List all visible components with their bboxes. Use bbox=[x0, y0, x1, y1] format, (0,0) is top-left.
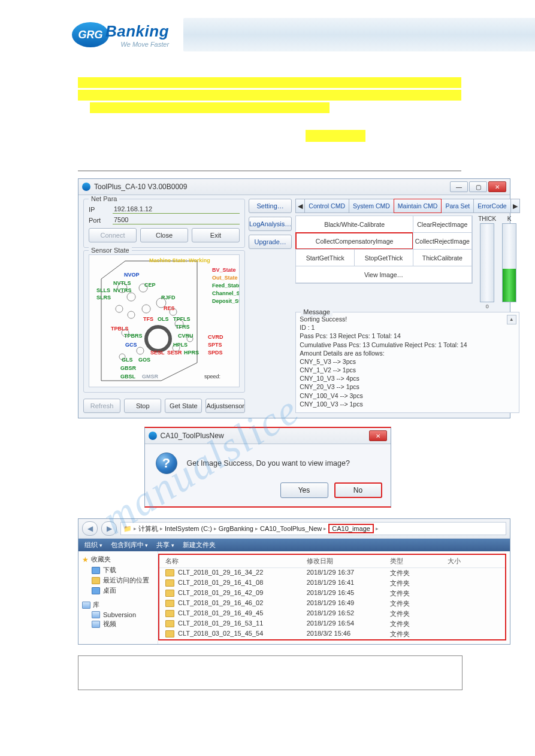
nav-desktop[interactable]: 桌面 bbox=[82, 585, 154, 596]
breadcrumb[interactable]: 📁▸ 计算机▸ IntelSystem (C:)▸ GrgBanking▸ CA… bbox=[120, 522, 506, 535]
nav-back-button[interactable]: ◀ bbox=[82, 521, 98, 536]
close-conn-button[interactable]: Close bbox=[140, 228, 188, 242]
highlight-line-2 bbox=[78, 90, 461, 101]
tb-organize[interactable]: 组织 bbox=[84, 541, 102, 549]
cmd-bw-calibrate[interactable]: Black/White-Calibrate bbox=[295, 215, 413, 233]
tab-maintain-cmd[interactable]: Maintain CMD bbox=[394, 199, 442, 213]
tab-system-cmd[interactable]: System CMD bbox=[349, 199, 394, 213]
exit-button[interactable]: Exit bbox=[192, 228, 240, 242]
nav-favorites[interactable]: ★收藏夹 bbox=[82, 555, 154, 564]
crumb[interactable]: CA10_ToolPlus_New bbox=[260, 525, 322, 532]
tab-nav-right[interactable]: ▶ bbox=[510, 199, 520, 213]
col-name[interactable]: 名称 bbox=[165, 557, 307, 566]
highlight-line-1 bbox=[78, 77, 461, 88]
get-state-button[interactable]: Get State bbox=[165, 399, 202, 413]
tb-include-lib[interactable]: 包含到库中 bbox=[111, 541, 149, 549]
scroll-up-icon[interactable]: ▲ bbox=[507, 315, 516, 324]
close-button[interactable]: ✕ bbox=[488, 181, 506, 192]
svg-point-6 bbox=[142, 305, 150, 313]
stop-button[interactable]: Stop bbox=[124, 399, 161, 413]
dialog-close-button[interactable]: ✕ bbox=[369, 430, 387, 441]
file-row[interactable]: CLT_2018_01_29_16_46_022018/1/29 16:49文件… bbox=[159, 599, 505, 609]
file-row[interactable]: CLT_2018_01_29_16_42_092018/1/29 16:45文件… bbox=[159, 588, 505, 599]
cmd-view-image[interactable]: View Image… bbox=[295, 266, 471, 283]
folder-icon bbox=[165, 600, 174, 607]
message-title: Message bbox=[301, 308, 333, 317]
nav-recent[interactable]: 最近访问的位置 bbox=[82, 575, 154, 585]
bv-state: BV_State bbox=[212, 267, 236, 273]
ip-label: IP bbox=[89, 206, 109, 213]
yes-button[interactable]: Yes bbox=[280, 482, 328, 498]
file-row[interactable]: CLT_2018_03_02_15_45_542018/3/2 15:46文件夹 bbox=[159, 629, 505, 639]
tab-control-cmd[interactable]: Control CMD bbox=[304, 199, 349, 213]
port-value[interactable]: 7500 bbox=[113, 215, 240, 224]
file-row[interactable]: CLT_2018_01_29_16_41_082018/1/29 16:41文件… bbox=[159, 578, 505, 588]
cmd-collect-reject-image[interactable]: CollectRejectImage bbox=[413, 232, 472, 250]
connect-button[interactable]: Connect bbox=[89, 228, 137, 242]
tb-share[interactable]: 共享 bbox=[156, 541, 174, 549]
sensor-lbl: CVRD bbox=[208, 334, 223, 340]
dialog-title: CA10_ToolPlusNew bbox=[161, 432, 369, 440]
sensor-lbl: TFS bbox=[143, 316, 153, 322]
sensor-lbl: TPFLS bbox=[173, 316, 191, 322]
refresh-button[interactable]: Refresh bbox=[83, 399, 120, 413]
deposit-state: Deposit_State bbox=[212, 298, 240, 304]
cmd-stop-get-thick[interactable]: StopGetThick bbox=[354, 249, 413, 266]
divider-line bbox=[78, 171, 461, 171]
folder-icon bbox=[165, 590, 174, 597]
cmd-thick-calibrate[interactable]: ThickCalibrate bbox=[413, 249, 472, 266]
crumb[interactable]: GrgBanking bbox=[219, 525, 253, 532]
sensor-lbl: RJFD bbox=[161, 294, 176, 300]
cmd-clear-reject-image[interactable]: ClearRejectImage bbox=[413, 215, 472, 233]
sensor-diagram: Machine State: Working BV_State Out_Stat… bbox=[89, 254, 240, 387]
tab-nav-left[interactable]: ◀ bbox=[295, 199, 305, 213]
col-date[interactable]: 修改日期 bbox=[307, 557, 390, 566]
confirm-dialog: CA10_ToolPlusNew ✕ ? Get Image Success, … bbox=[144, 427, 391, 508]
header-band bbox=[183, 18, 535, 51]
file-row[interactable]: CLT_2018_01_29_16_49_452018/1/29 16:52文件… bbox=[159, 609, 505, 619]
ip-value[interactable]: 192.168.1.12 bbox=[113, 205, 240, 214]
nav-subversion[interactable]: Subversion bbox=[82, 611, 154, 619]
group-title: Net Para bbox=[89, 195, 119, 202]
file-row[interactable]: CLT_2018_01_29_16_53_112018/1/29 16:54文件… bbox=[159, 619, 505, 629]
crumb[interactable]: IntelSystem (C:) bbox=[165, 525, 212, 532]
channel-state: Channel_State bbox=[212, 290, 240, 296]
col-size[interactable]: 大小 bbox=[448, 557, 499, 566]
sensor-lbl: TPBLS bbox=[111, 326, 129, 332]
tab-error-code[interactable]: ErrorCode bbox=[473, 199, 510, 213]
crumb[interactable]: 计算机 bbox=[138, 524, 158, 533]
gauges: THICK 0 K bbox=[477, 215, 519, 309]
minimize-button[interactable]: ― bbox=[450, 181, 468, 192]
tb-new-folder[interactable]: 新建文件夹 bbox=[183, 541, 216, 549]
gauge-k-label: K bbox=[507, 215, 512, 222]
desktop-icon bbox=[92, 587, 100, 594]
folder-icon bbox=[165, 620, 174, 627]
no-button[interactable]: No bbox=[334, 482, 382, 498]
nav-video[interactable]: 视频 bbox=[82, 619, 154, 629]
maximize-button[interactable]: ▢ bbox=[469, 181, 487, 192]
crumb-current[interactable]: CA10_image bbox=[328, 524, 374, 533]
setting-button[interactable]: Setting… bbox=[249, 199, 292, 213]
app-icon bbox=[82, 183, 90, 191]
explorer-nav: ★收藏夹 下载 最近访问的位置 桌面 库 Subversion 视频 bbox=[78, 551, 158, 644]
nav-libraries[interactable]: 库 bbox=[82, 600, 154, 609]
sensor-lbl: SPTS bbox=[208, 342, 222, 348]
sensor-lbl: GMSR bbox=[142, 374, 158, 379]
upgrade-button[interactable]: Upgrade… bbox=[249, 235, 292, 249]
sensor-lbl: SESR bbox=[167, 350, 182, 356]
tab-para-set[interactable]: Para Set bbox=[441, 199, 474, 213]
sensor-lbl: OLS bbox=[158, 316, 169, 322]
adjust-sensor-button[interactable]: Adjustsensor bbox=[205, 399, 245, 413]
feed-state: Feed_State bbox=[212, 283, 240, 289]
nav-downloads[interactable]: 下载 bbox=[82, 565, 154, 575]
cmd-collect-compensatory-image[interactable]: CollectCompensatoryImage bbox=[295, 232, 413, 250]
cmd-start-get-thick[interactable]: StartGetThick bbox=[295, 249, 355, 266]
question-icon: ? bbox=[156, 453, 177, 474]
col-type[interactable]: 类型 bbox=[390, 557, 448, 566]
explorer-toolbar: 组织 包含到库中 共享 新建文件夹 bbox=[78, 539, 510, 551]
file-row[interactable]: CLT_2018_01_29_16_34_222018/1/29 16:37文件… bbox=[159, 568, 505, 578]
msg-line: CNY_100_V3 --> 1pcs bbox=[300, 400, 515, 408]
nav-forward-button[interactable]: ▶ bbox=[101, 521, 117, 536]
log-analysis-button[interactable]: LogAnalysis… bbox=[249, 217, 292, 231]
out-state: Out_State bbox=[212, 275, 238, 281]
